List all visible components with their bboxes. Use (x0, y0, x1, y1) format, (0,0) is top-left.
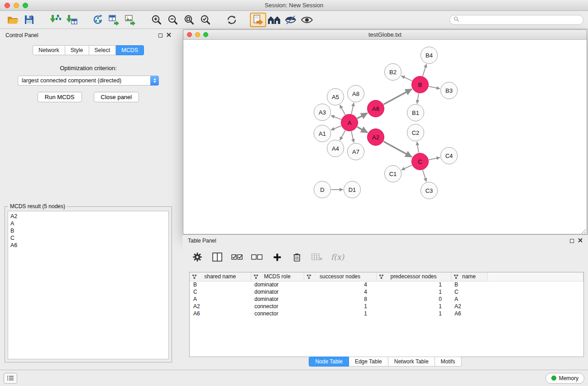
zoom-selected-icon[interactable] (197, 13, 214, 27)
column-header[interactable]: MCDS role (251, 272, 304, 281)
network-node-D1[interactable]: D1 (344, 181, 361, 198)
tab-edge-table[interactable]: Edge Table (349, 357, 388, 367)
column-header[interactable]: successor nodes (304, 272, 376, 281)
network-node-C[interactable]: C (411, 153, 429, 170)
memory-button[interactable]: Memory (545, 373, 584, 384)
minimize-window-button[interactable] (14, 3, 19, 8)
network-node-B4[interactable]: B4 (421, 47, 438, 64)
open-file-icon[interactable] (5, 13, 21, 27)
network-node-A3[interactable]: A3 (314, 104, 331, 121)
network-edge-C-C3[interactable] (423, 170, 426, 182)
table-row[interactable]: A2connector11A2 (190, 303, 583, 310)
result-item[interactable]: A (10, 220, 166, 227)
network-window-titlebar[interactable]: testGlobe.txt (183, 30, 587, 40)
network-node-B[interactable]: B (411, 76, 429, 93)
tab-network[interactable]: Network (33, 45, 65, 55)
tab-motifs[interactable]: Motifs (435, 357, 462, 367)
network-canvas[interactable]: AA6A2BCA1A3A4A5A7A8B1B2B3B4C1C2C3C4DD1 (183, 40, 587, 234)
network-node-A6[interactable]: A6 (367, 100, 384, 117)
zoom-window-button[interactable] (23, 3, 28, 8)
delete-table-icon[interactable] (309, 250, 325, 264)
show-columns-icon[interactable] (210, 250, 225, 264)
column-header[interactable]: shared name (190, 272, 251, 281)
column-header[interactable]: name (451, 272, 487, 281)
delete-columns-icon[interactable] (289, 250, 305, 264)
network-edge-B-B4[interactable] (423, 64, 426, 76)
refresh-icon[interactable] (224, 13, 240, 27)
result-item[interactable]: A6 (10, 242, 166, 249)
table-row[interactable]: Adominator80A (190, 295, 583, 303)
task-history-button[interactable] (4, 373, 17, 384)
mcds-result-list[interactable]: A2 A B C A6 (8, 211, 169, 359)
create-column-icon[interactable] (269, 250, 285, 264)
network-node-B3[interactable]: B3 (440, 82, 458, 99)
tab-mcds[interactable]: MCDS (116, 45, 144, 55)
network-node-A5[interactable]: A5 (327, 88, 344, 105)
home-icon[interactable] (266, 13, 282, 27)
network-edge-B-B1[interactable] (417, 93, 419, 104)
new-network-icon[interactable] (90, 13, 106, 27)
network-node-A[interactable]: A (341, 114, 358, 131)
network-node-A7[interactable]: A7 (347, 143, 364, 160)
network-node-C1[interactable]: C1 (384, 165, 402, 182)
network-edge-A-A5[interactable] (340, 105, 345, 115)
table-settings-gear-icon[interactable] (190, 250, 205, 264)
search-input[interactable] (462, 17, 579, 23)
tab-network-table[interactable]: Network Table (388, 357, 435, 367)
close-network-window-button[interactable] (187, 32, 192, 37)
network-node-A2[interactable]: A2 (367, 129, 384, 146)
table-row[interactable]: Cdominator41C (190, 288, 583, 295)
close-table-panel-icon[interactable] (578, 238, 583, 244)
network-edge-A-A3[interactable] (331, 115, 341, 119)
network-edge-C-C4[interactable] (429, 157, 440, 160)
network-edge-C-C1[interactable] (402, 165, 412, 170)
tab-node-table[interactable]: Node Table (309, 357, 349, 367)
run-mcds-button[interactable]: Run MCDS (38, 92, 82, 102)
network-node-A8[interactable]: A8 (347, 85, 364, 102)
network-edge-B-B2[interactable] (402, 76, 412, 81)
network-node-A4[interactable]: A4 (327, 140, 344, 157)
result-item[interactable]: C (10, 234, 166, 242)
zoom-in-icon[interactable] (148, 13, 165, 27)
search-box[interactable] (449, 15, 583, 25)
tab-style[interactable]: Style (65, 45, 89, 55)
table-row[interactable]: Bdominator41B (190, 281, 583, 288)
network-edge-A-A1[interactable] (331, 126, 341, 130)
result-item[interactable]: A2 (10, 213, 166, 220)
dropdown-stepper-icon[interactable] (150, 76, 159, 86)
result-item[interactable]: B (10, 227, 166, 234)
minimize-network-window-button[interactable] (195, 32, 200, 37)
import-table-icon[interactable] (63, 13, 80, 27)
network-edge-A-A8[interactable] (351, 103, 354, 114)
float-panel-icon[interactable] (158, 33, 163, 38)
tab-select[interactable]: Select (89, 45, 116, 55)
select-all-columns-icon[interactable] (229, 250, 245, 264)
network-edge-A-A4[interactable] (340, 130, 345, 140)
resize-grip[interactable] (580, 228, 586, 234)
network-edge-A2-C[interactable] (383, 141, 412, 157)
network-node-A1[interactable]: A1 (314, 125, 331, 142)
open-session-file-icon[interactable] (250, 13, 266, 27)
network-node-C2[interactable]: C2 (407, 124, 424, 141)
zoom-fit-icon[interactable] (181, 13, 197, 27)
unselect-all-columns-icon[interactable] (249, 250, 265, 264)
network-node-B1[interactable]: B1 (407, 104, 424, 121)
network-edge-B-B3[interactable] (429, 86, 440, 89)
network-node-C3[interactable]: C3 (421, 182, 438, 199)
zoom-out-icon[interactable] (165, 13, 181, 27)
function-builder-icon[interactable]: f(x) (329, 250, 346, 264)
export-image-icon[interactable] (122, 13, 139, 27)
criterion-dropdown[interactable]: largest connected component (directed) (18, 76, 159, 86)
network-node-D[interactable]: D (314, 181, 331, 198)
table-row[interactable]: A6connector11A6 (190, 310, 583, 317)
network-edge-A-A2[interactable] (357, 127, 368, 133)
close-panel-icon[interactable] (167, 32, 171, 38)
float-table-panel-icon[interactable] (570, 239, 574, 243)
network-edge-C-C2[interactable] (417, 142, 419, 152)
close-window-button[interactable] (5, 3, 10, 8)
export-table-icon[interactable] (106, 13, 122, 27)
show-graphics-details-icon[interactable] (299, 13, 315, 27)
column-header[interactable]: predecessor nodes (376, 272, 451, 281)
node-table[interactable]: shared nameMCDS rolesuccessor nodesprede… (189, 272, 584, 357)
network-edge-A-A6[interactable] (357, 113, 368, 119)
